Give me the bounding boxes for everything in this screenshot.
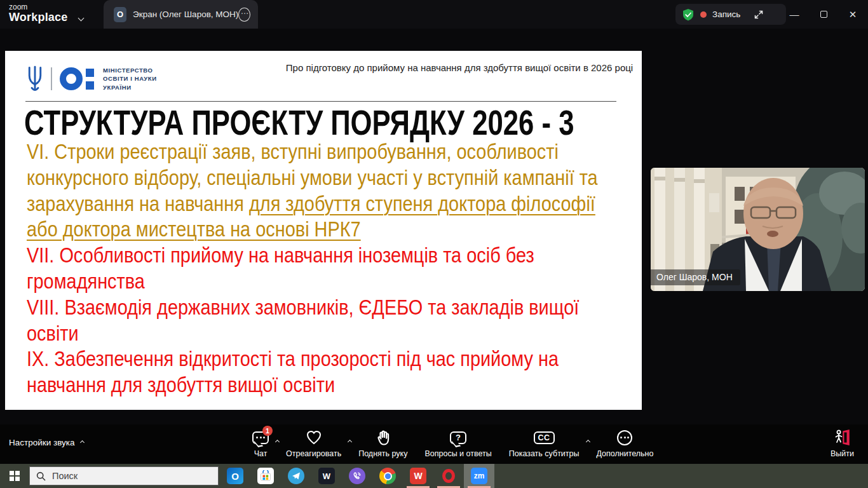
chat-unread-badge: 1 <box>262 426 273 436</box>
item-vi: VI. Строки реєстрації заяв, вступні випр… <box>27 139 622 242</box>
captions-menu-chevron[interactable] <box>587 435 590 446</box>
slide-body: VI. Строки реєстрації заяв, вступні випр… <box>27 139 622 398</box>
taskbar-app-telegram[interactable] <box>281 464 311 488</box>
slide-title: СТРУКТУРА ПРОЄКТУ ПОРЯДКУ 2026 - 3 <box>24 102 574 143</box>
outlook-icon: O <box>227 468 243 484</box>
ministry-name: МІНІСТЕРСТВО ОСВІТИ І НАУКИ УКРАЇНИ <box>103 66 157 92</box>
wps-glyph: W <box>414 471 422 481</box>
more-label: Дополнительно <box>597 449 654 458</box>
taskbar-app-outlook[interactable]: O <box>220 464 250 488</box>
react-button[interactable]: Отреагировать <box>286 429 341 458</box>
brand-zoom: zoom <box>9 3 68 11</box>
ministry-line1: МІНІСТЕРСТВО <box>103 66 157 74</box>
slide-running-header: Про підготовку до прийому на навчання дл… <box>278 62 641 73</box>
participant-name-label: Олег Шаров, МОН <box>651 269 740 285</box>
zoom-meeting-window: zoom Workplace О Экран (Олег Шаров, МОН)… <box>0 0 868 488</box>
mon-colon-icon <box>86 69 94 90</box>
qa-button[interactable]: ? Вопросы и ответы <box>424 429 491 458</box>
item-viii: VIII. Взаємодія державних замовників, ЄД… <box>27 294 622 346</box>
qa-label: Вопросы и ответы <box>424 449 491 458</box>
start-button[interactable] <box>0 464 29 488</box>
taskbar-app-viber[interactable] <box>342 464 372 488</box>
more-options-button[interactable]: Дополнительно <box>597 429 654 458</box>
minimize-button[interactable]: — <box>780 0 809 29</box>
taskbar-app-wps[interactable]: W <box>403 464 433 488</box>
toolbar-buttons: 1 Чат Отреагировать Поднять руку ? Вопро… <box>252 429 653 458</box>
outlook-glyph: O <box>231 471 239 482</box>
item-vii: VII. Особливості прийому на навчання іно… <box>27 242 622 294</box>
shared-screen-tab[interactable]: О Экран (Олег Шаров, МОН) ⋯ <box>104 0 258 29</box>
chevron-down-icon <box>78 15 85 22</box>
taskbar-app-chrome[interactable] <box>372 464 403 488</box>
ministry-logo: МІНІСТЕРСТВО ОСВІТИ І НАУКИ УКРАЇНИ <box>25 65 157 93</box>
closed-captions-icon: CC <box>534 431 555 444</box>
react-menu-chevron[interactable] <box>348 435 351 446</box>
zoom-glyph: zm <box>474 471 485 480</box>
chat-button[interactable]: 1 Чат <box>252 429 269 458</box>
item-ix: IX. Забезпечення відкритості та прозорос… <box>27 346 622 398</box>
participant-video[interactable]: Олег Шаров, МОН <box>651 168 865 291</box>
webex-glyph: W <box>323 471 330 481</box>
ministry-line3: УКРАЇНИ <box>103 83 157 92</box>
close-button[interactable]: ✕ <box>838 0 867 29</box>
chevron-up-icon <box>275 440 280 444</box>
leave-button[interactable]: Выйти <box>831 429 854 458</box>
taskbar-search-input[interactable]: Поиск <box>29 466 219 485</box>
taskbar-app-store[interactable] <box>250 464 281 488</box>
chevron-up-icon <box>348 440 352 444</box>
captions-button[interactable]: CC Показать субтитры <box>509 429 580 458</box>
fullscreen-expand-button[interactable] <box>754 10 764 20</box>
tryzub-icon <box>25 65 44 93</box>
logo-divider <box>51 67 52 90</box>
raise-hand-label: Поднять руку <box>358 449 407 458</box>
shared-screen-content: МІНІСТЕРСТВО ОСВІТИ І НАУКИ УКРАЇНИ Про … <box>5 51 642 410</box>
windows-logo-icon <box>10 471 20 481</box>
chevron-up-icon <box>585 440 590 444</box>
workspace-dropdown-button[interactable] <box>79 11 83 23</box>
zoom-workplace-logo: zoom Workplace <box>9 3 68 24</box>
recording-dot-icon <box>700 11 707 18</box>
window-title-bar: zoom Workplace О Экран (Олег Шаров, МОН)… <box>0 0 868 29</box>
meeting-toolbar: Настройки звука 1 Чат Отреагировать <box>0 424 868 464</box>
question-bubble-icon: ? <box>450 431 466 444</box>
search-icon <box>36 471 46 481</box>
mon-o-icon <box>60 67 83 90</box>
react-label: Отреагировать <box>286 449 341 458</box>
raise-hand-button[interactable]: Поднять руку <box>358 429 407 458</box>
taskbar-app-opera[interactable] <box>433 464 464 488</box>
windows-taskbar: Поиск O W <box>0 464 868 488</box>
ellipsis-circle-icon <box>617 430 632 445</box>
viber-icon <box>349 468 365 484</box>
zoom-app-icon: zm <box>471 468 487 484</box>
restore-icon <box>820 11 827 18</box>
chat-label: Чат <box>254 449 268 458</box>
leave-label: Выйти <box>831 449 854 458</box>
raised-hand-icon <box>375 429 391 446</box>
taskbar-app-zoom[interactable]: zm <box>464 464 494 488</box>
webex-icon: W <box>318 468 335 484</box>
recording-indicator: Запись <box>675 4 786 25</box>
microsoft-store-icon <box>257 468 274 484</box>
restore-button[interactable] <box>809 0 838 29</box>
opera-icon <box>440 468 457 484</box>
tab-options-button[interactable]: ⋯ <box>238 8 250 22</box>
audio-settings-label: Настройки звука <box>9 438 74 447</box>
question-glyph: ? <box>456 433 461 442</box>
telegram-icon <box>288 468 304 484</box>
recording-label: Запись <box>712 10 740 19</box>
security-shield-icon <box>682 8 695 21</box>
search-placeholder: Поиск <box>52 471 78 481</box>
chrome-icon <box>379 468 396 484</box>
minimize-icon: — <box>790 9 799 20</box>
wps-office-icon: W <box>410 468 426 484</box>
brand-workplace: Workplace <box>9 11 68 24</box>
audio-settings-button[interactable]: Настройки звука <box>9 438 84 447</box>
taskbar-app-webex[interactable]: W <box>311 464 342 488</box>
tab-title: Экран (Олег Шаров, МОН) <box>133 10 238 19</box>
close-icon: ✕ <box>849 9 857 20</box>
ellipsis-icon: ⋯ <box>241 10 248 17</box>
participant-avatar: О <box>114 7 126 22</box>
chat-menu-chevron[interactable] <box>276 435 279 446</box>
chevron-up-icon <box>80 440 85 445</box>
leave-door-icon <box>833 429 851 446</box>
